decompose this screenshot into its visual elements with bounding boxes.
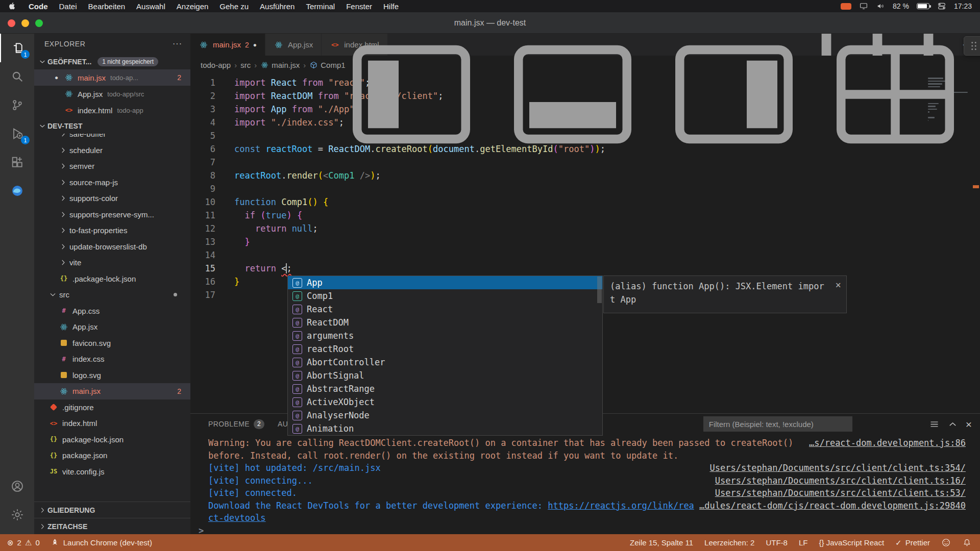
tree-item-to-fast-properties[interactable]: to-fast-properties (34, 222, 190, 239)
sidebar-section-zeitachse[interactable]: ZEITACHSE (34, 518, 190, 534)
screen-recording-indicator[interactable] (841, 3, 851, 10)
breadcrumb-item-todo-app[interactable]: todo-app (201, 61, 231, 69)
tree-item-semver[interactable]: semver (34, 158, 190, 174)
tree-item-scheduler[interactable]: scheduler (34, 142, 190, 159)
notifications-button[interactable] (962, 538, 972, 547)
menu-item-terminal[interactable]: Terminal (306, 2, 335, 11)
suggestion-Animation[interactable]: @Animation (288, 422, 602, 435)
menu-item-fenster[interactable]: Fenster (346, 2, 372, 11)
explorer-more-actions-icon[interactable]: ··· (173, 39, 182, 48)
html-file-icon: <> (48, 418, 59, 429)
tab-App.jsx[interactable]: App.jsx (265, 34, 322, 56)
tree-item-.gitignore[interactable]: .gitignore (34, 399, 190, 416)
tree-item-vite.config.js[interactable]: JSvite.config.js (34, 464, 190, 480)
tree-item-main.jsx[interactable]: main.jsx2 (34, 383, 190, 399)
status-end-of-line-setting[interactable]: LF (799, 538, 808, 547)
tree-item-logo.svg[interactable]: logo.svg (34, 367, 190, 384)
activity-extensions[interactable] (0, 148, 34, 177)
tree-item-supports-preserve-sym...[interactable]: supports-preserve-sym... (34, 207, 190, 223)
tree-item-index.html[interactable]: <>index.html (34, 415, 190, 432)
menu-item-gehe-zu[interactable]: Gehe zu (219, 2, 249, 11)
suggestion-arguments[interactable]: @arguments (288, 329, 602, 342)
menu-item-code[interactable]: Code (29, 2, 48, 11)
suggestion-AnalyserNode[interactable]: @AnalyserNode (288, 409, 602, 422)
console-url-link[interactable]: ct-devtools (208, 513, 266, 523)
activity-explorer[interactable]: 1 (0, 34, 34, 62)
tree-item-package-lock.json[interactable]: {}package-lock.json (34, 432, 190, 448)
formatter-label: Prettier (905, 538, 930, 547)
console-source-link[interactable]: Users/stephan/Documents/src/client/clien… (709, 462, 966, 474)
console-source-link[interactable]: …dules/react-dom/cjs/react-dom.developme… (699, 499, 966, 512)
tree-item-package.json[interactable]: {}package.json (34, 447, 190, 464)
console-url-link[interactable]: https://reactjs.org/link/rea (548, 500, 694, 511)
maximize-panel-icon[interactable] (947, 419, 958, 430)
console-source-link[interactable]: …s/react-dom.development.js:86 (809, 437, 966, 449)
menu-item-ausf-hren[interactable]: Ausführen (260, 2, 295, 11)
menu-item-datei[interactable]: Datei (59, 2, 77, 11)
breadcrumb-item-src[interactable]: src (240, 61, 251, 69)
console-source-link[interactable]: Users/stephan/Documents/src/client/clien… (715, 487, 966, 499)
tree-item-.package-lock.json[interactable]: {}.package-lock.json (34, 271, 190, 287)
suggestion-AbstractRange[interactable]: @AbstractRange (288, 382, 602, 395)
tree-item-supports-color[interactable]: supports-color (34, 190, 190, 207)
workspace-header[interactable]: DEV-TEST (34, 118, 190, 134)
launch-chrome-button[interactable]: Launch Chrome (dev-test) (50, 538, 152, 547)
menu-item-anzeigen[interactable]: Anzeigen (177, 2, 209, 11)
tree-item-safe-buffer[interactable]: safe-buffer (34, 134, 190, 142)
tree-item-update-browserslist-db[interactable]: update-browserslist-db (34, 239, 190, 255)
close-panel-icon[interactable]: × (966, 419, 972, 430)
activity-accounts[interactable] (0, 472, 34, 500)
open-editor-App.jsx[interactable]: App.jsxtodo-app/src (34, 86, 190, 102)
suggest-scrollbar[interactable] (597, 277, 602, 303)
tree-item-label: supports-color (69, 194, 118, 203)
suggestion-AbortSignal[interactable]: @AbortSignal (288, 369, 602, 382)
apple-menu-icon[interactable] (8, 2, 17, 11)
activity-search[interactable] (0, 62, 34, 91)
menu-item-hilfe[interactable]: Hilfe (383, 2, 399, 11)
tab-main.jsx[interactable]: main.jsx2● (190, 34, 265, 56)
react-file-icon (199, 40, 209, 50)
breadcrumb-item-main.jsx[interactable]: main.jsx (260, 61, 300, 69)
tree-item-App.jsx[interactable]: App.jsx (34, 319, 190, 335)
tree-item-source-map-js[interactable]: source-map-js (34, 174, 190, 191)
activity-source-control[interactable] (0, 91, 34, 119)
status-file-encoding[interactable]: UTF-8 (766, 538, 788, 547)
status-cursor-position[interactable]: Zeile 15, Spalte 11 (630, 538, 693, 547)
panel-tab-probleme[interactable]: PROBLEME2 (208, 414, 264, 434)
sidebar-section-gliederung[interactable]: GLIEDERUNG (34, 502, 190, 518)
menu-item-bearbeiten[interactable]: Bearbeiten (88, 2, 126, 11)
toggle-secondary-sidebar-icon[interactable] (657, 17, 811, 172)
close-icon[interactable]: × (836, 278, 841, 291)
status-language-mode[interactable]: {} JavaScript React (819, 538, 884, 547)
panel-views-icon[interactable] (929, 419, 940, 430)
console-filter-input[interactable] (703, 416, 852, 432)
suggestion-App[interactable]: @App (288, 276, 602, 289)
activity-edge-devtools[interactable] (0, 177, 34, 205)
tree-item-App.css[interactable]: #App.css (34, 303, 190, 319)
status-prettier[interactable]: ✓Prettier (895, 538, 930, 547)
toggle-sidebar-icon[interactable] (335, 17, 488, 172)
suggestion-Comp1[interactable]: @Comp1 (288, 289, 602, 303)
suggestion-reactRoot[interactable]: @reactRoot (288, 342, 602, 356)
status-indentation-setting[interactable]: Leerzeichen: 2 (704, 538, 754, 547)
feedback-button[interactable] (941, 538, 951, 547)
customize-layout-icon[interactable] (819, 17, 972, 172)
toggle-panel-icon[interactable] (496, 17, 649, 172)
tree-item-index.css[interactable]: #index.css (34, 351, 190, 367)
suggestion-ReactDOM[interactable]: @ReactDOM (288, 316, 602, 329)
tree-item-src[interactable]: src (34, 287, 190, 303)
tree-item-vite[interactable]: vite (34, 255, 190, 271)
console-source-link[interactable]: Users/stephan/Documents/src/client/clien… (715, 474, 966, 487)
suggestion-AbortController[interactable]: @AbortController (288, 356, 602, 369)
activity-run-and-debug[interactable]: 1 (0, 119, 34, 148)
problems-status[interactable]: ⊗2⚠0 (7, 538, 40, 547)
suggestion-React[interactable]: @React (288, 303, 602, 316)
suggestion-ActiveXObject[interactable]: @ActiveXObject (288, 395, 602, 409)
open-editor-main.jsx[interactable]: ●main.jsxtodo-ap...2 (34, 69, 190, 86)
open-editor-index.html[interactable]: <>index.htmltodo-app (34, 102, 190, 118)
menu-item-auswahl[interactable]: Auswahl (136, 2, 165, 11)
console-text: ct-devtools (208, 513, 266, 523)
tree-item-favicon.svg[interactable]: favicon.svg (34, 335, 190, 352)
activity-settings[interactable] (0, 500, 34, 529)
open-editors-header[interactable]: GEÖFFNET...1 nicht gespeichert (34, 54, 190, 69)
